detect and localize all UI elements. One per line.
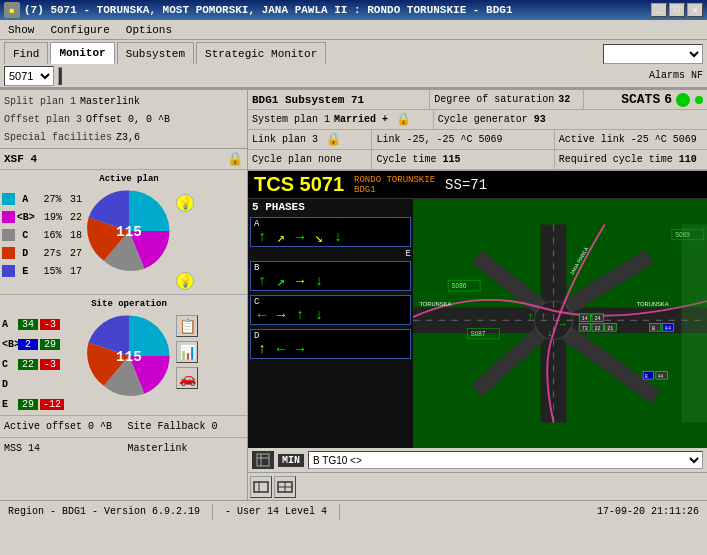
svg-text:S087: S087	[471, 330, 486, 337]
phase-row-e: E 15% 17	[2, 262, 82, 280]
phase2-a-name: A	[2, 319, 16, 330]
signal-down-c: ↓	[310, 308, 328, 322]
rondo-label: RONDO TORUNSKIE	[354, 175, 435, 185]
status-datetime: 17-09-20 21:11:26	[597, 506, 699, 517]
phase-c-val: 18	[64, 230, 83, 241]
pie-chart-2: 115	[84, 311, 174, 401]
svg-text:B: B	[645, 374, 648, 379]
saturation-cell: Degree of saturation 32	[430, 90, 583, 109]
action-zoom-btn[interactable]	[252, 451, 274, 469]
controller-dropdown[interactable]	[603, 44, 703, 64]
link-plan-label: Link plan 3	[252, 134, 318, 145]
split-plan-label: Split plan 1	[4, 96, 76, 107]
phase2-e-val1: 29	[18, 399, 38, 410]
phase-d-color	[2, 247, 15, 259]
action-btn-chart[interactable]: 📊	[176, 341, 198, 363]
system-plan-cell: System plan 1 Married + 🔒	[248, 110, 434, 129]
signal-down-b: ↓	[310, 274, 328, 288]
tab-monitor[interactable]: Monitor	[50, 42, 114, 64]
info-row-4: Cycle plan none Cycle time 115 Required …	[248, 150, 707, 170]
lock-icon-2: 🔒	[396, 112, 411, 127]
offset-label: Offset plan 3	[4, 114, 82, 125]
signal-right-d: →	[291, 342, 309, 356]
ss-label: SS=71	[445, 177, 487, 193]
active-link-value: Active link -25 ^C 5069	[559, 134, 697, 145]
svg-text:TORUNSKA: TORUNSKA	[419, 301, 451, 307]
zoom-icon	[256, 453, 270, 467]
phase2-row-e: E 29 -12	[2, 395, 82, 413]
phase-a-val: 31	[64, 194, 83, 205]
menu-show[interactable]: Show	[4, 22, 38, 38]
signal-up-d: ↑	[253, 342, 271, 356]
action-btn-car[interactable]: 🚗	[176, 367, 198, 389]
phase-row-a: A 27% 31	[2, 190, 82, 208]
svg-rect-39	[681, 224, 707, 422]
indicator-buttons: 💡 💡	[176, 174, 194, 290]
phase-c-pct: 16%	[36, 230, 62, 241]
ss-block: SS=71	[445, 177, 487, 193]
phase-c-header: C	[252, 297, 409, 307]
menu-options[interactable]: Options	[122, 22, 176, 38]
phase-e-color	[2, 265, 15, 277]
offset-cell: Offset plan 3 Offset 0, 0 ^B	[4, 114, 243, 125]
offset-value: Offset 0, 0 ^B	[86, 114, 170, 125]
scats-cell: SCATS 6	[584, 90, 707, 109]
phase-b-name: <B>	[17, 212, 35, 223]
menu-configure[interactable]: Configure	[46, 22, 113, 38]
phase-b-signals: ↑ ↗ → ↓	[252, 273, 409, 289]
split-plan-value: Masterlink	[80, 96, 140, 107]
subsystem-cell: BDG1 Subsystem 71	[248, 90, 430, 109]
status-region: Region - BDG1 - Version 6.9.2.19	[8, 506, 200, 517]
info-row-3: Link plan 3 🔒 Link -25, -25 ^C 5069 Acti…	[248, 130, 707, 150]
phase2-a-val2: -3	[40, 319, 60, 330]
find-search-button[interactable]	[58, 67, 62, 85]
phase-d-pct: 27s	[36, 248, 62, 259]
phase-d-header: D	[252, 331, 409, 341]
svg-text:115: 115	[116, 349, 142, 365]
tab-strategic-monitor[interactable]: Strategic Monitor	[196, 42, 326, 64]
map-bottom-bar: MIN B TG10 <>	[248, 448, 707, 472]
tab-find[interactable]: Find	[4, 42, 48, 64]
close-button[interactable]: ✕	[687, 3, 703, 17]
status-user: - User 14 Level 4	[225, 506, 327, 517]
svg-text:21: 21	[607, 326, 613, 332]
phase-a-pct: 27%	[36, 194, 62, 205]
action-map-btn-2[interactable]	[274, 476, 296, 498]
action-btn-copy[interactable]: 📋	[176, 315, 198, 337]
svg-text:73: 73	[582, 326, 588, 332]
phase-box-a: A ↑ ↗ → ↘ ↓	[250, 217, 411, 247]
cycle-gen-cell: Cycle generator 93	[434, 110, 707, 129]
action-map-btn-1[interactable]	[250, 476, 272, 498]
tcs-title-block: TCS 5071	[254, 173, 344, 196]
maximize-button[interactable]: □	[669, 3, 685, 17]
mss-label: MSS 14	[4, 443, 40, 454]
xsf-header: XSF 4 🔒	[0, 149, 247, 170]
find-id-dropdown[interactable]: 5071	[4, 66, 54, 86]
svg-text:22: 22	[595, 326, 601, 332]
special-row: Special facilities Z3,6	[4, 128, 243, 146]
bulb-button-2[interactable]: 💡	[176, 272, 194, 290]
phase-d-signals: ↑ ← →	[252, 341, 409, 357]
active-link-cell: Active link -25 ^C 5069	[555, 130, 707, 149]
pie-chart-1: 115	[84, 186, 174, 276]
required-cycle-cell: Required cycle time 110	[555, 150, 707, 169]
phase-b-color	[2, 211, 15, 223]
minimize-button[interactable]: _	[651, 3, 667, 17]
status-bar: Region - BDG1 - Version 6.9.2.19 - User …	[0, 500, 707, 522]
bulb-button-1[interactable]: 💡	[176, 194, 194, 212]
svg-text:↑: ↑	[528, 312, 533, 322]
map-tg-dropdown[interactable]: B TG10 <>	[308, 451, 703, 469]
info-section-1: Split plan 1 Masterlink Offset plan 3 Of…	[0, 90, 247, 149]
map-image: ↑ ↑ → ↓ TORUNSKA TORUNSKA JANA PAWLA 14 …	[413, 199, 707, 448]
phase-table-1: A 27% 31 <B> 19% 22 C 16% 18	[2, 174, 82, 290]
phase2-a-val1: 34	[18, 319, 38, 330]
bottom-action-row	[248, 472, 707, 500]
signal-up-c: ↑	[291, 308, 309, 322]
tab-subsystem[interactable]: Subsystem	[117, 42, 194, 64]
divider-1	[0, 294, 247, 295]
active-plan-label: Active plan	[99, 174, 158, 184]
required-cycle-label: Required cycle time 110	[559, 154, 697, 165]
svg-text:S086: S086	[451, 282, 466, 289]
scats-label: SCATS	[621, 92, 660, 107]
phases-panel: 5 PHASES A ↑ ↗ → ↘ ↓ E	[248, 199, 413, 448]
